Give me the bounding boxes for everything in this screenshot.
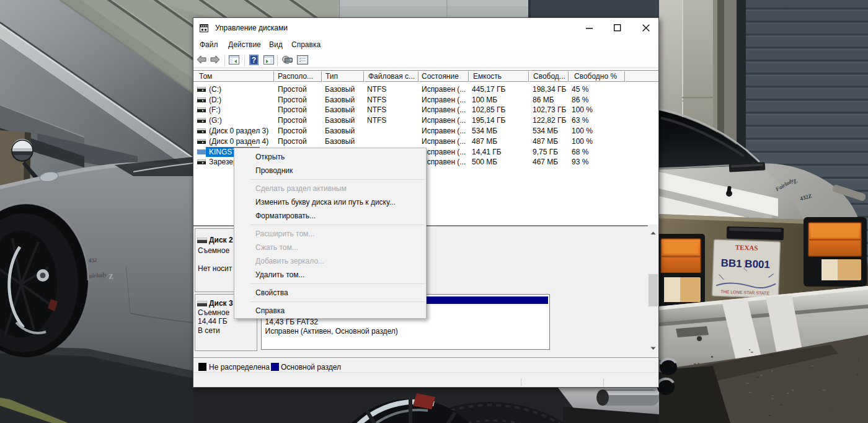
svg-text:Z: Z [108, 272, 113, 280]
svg-text:TEXAS: TEXAS [735, 243, 758, 251]
svg-text:432: 432 [88, 257, 97, 264]
svg-text:BB1 B001: BB1 B001 [720, 257, 770, 271]
svg-text:?: ? [252, 56, 256, 65]
